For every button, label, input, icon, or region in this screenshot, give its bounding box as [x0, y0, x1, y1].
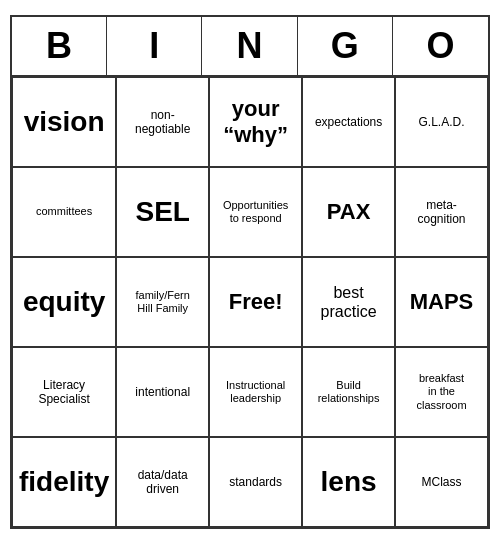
cell-text-2: your“why”	[216, 96, 295, 149]
bingo-header: BINGO	[12, 17, 488, 77]
cell-text-17: Instructionalleadership	[216, 379, 295, 405]
bingo-cell-3: expectations	[302, 77, 395, 167]
cell-text-4: G.L.A.D.	[402, 115, 481, 129]
cell-text-5: committees	[19, 205, 109, 218]
cell-text-24: MClass	[402, 475, 481, 489]
cell-text-15: LiteracySpecialist	[19, 378, 109, 407]
bingo-cell-6: SEL	[116, 167, 209, 257]
cell-text-9: meta-cognition	[402, 198, 481, 227]
bingo-cell-9: meta-cognition	[395, 167, 488, 257]
bingo-grid: visionnon-negotiableyour“why”expectation…	[12, 77, 488, 527]
header-letter-B: B	[12, 17, 107, 75]
cell-text-18: Buildrelationships	[309, 379, 388, 405]
bingo-cell-1: non-negotiable	[116, 77, 209, 167]
bingo-card: BINGO visionnon-negotiableyour“why”expec…	[10, 15, 490, 529]
bingo-cell-15: LiteracySpecialist	[12, 347, 116, 437]
cell-text-10: equity	[19, 285, 109, 319]
bingo-cell-24: MClass	[395, 437, 488, 527]
bingo-cell-5: committees	[12, 167, 116, 257]
bingo-cell-12: Free!	[209, 257, 302, 347]
bingo-cell-13: bestpractice	[302, 257, 395, 347]
bingo-cell-11: family/FernHill Family	[116, 257, 209, 347]
bingo-cell-22: standards	[209, 437, 302, 527]
cell-text-23: lens	[309, 465, 388, 499]
bingo-cell-18: Buildrelationships	[302, 347, 395, 437]
header-letter-G: G	[298, 17, 393, 75]
cell-text-1: non-negotiable	[123, 108, 202, 137]
cell-text-14: MAPS	[402, 289, 481, 315]
cell-text-12: Free!	[216, 289, 295, 315]
cell-text-7: Opportunitiesto respond	[216, 199, 295, 225]
bingo-cell-10: equity	[12, 257, 116, 347]
bingo-cell-7: Opportunitiesto respond	[209, 167, 302, 257]
cell-text-3: expectations	[309, 115, 388, 129]
cell-text-21: data/datadriven	[123, 468, 202, 497]
bingo-cell-19: breakfastin theclassroom	[395, 347, 488, 437]
bingo-cell-8: PAX	[302, 167, 395, 257]
bingo-cell-2: your“why”	[209, 77, 302, 167]
header-letter-I: I	[107, 17, 202, 75]
header-letter-N: N	[202, 17, 297, 75]
bingo-cell-23: lens	[302, 437, 395, 527]
cell-text-16: intentional	[123, 385, 202, 399]
cell-text-0: vision	[19, 105, 109, 139]
cell-text-6: SEL	[123, 195, 202, 229]
bingo-cell-21: data/datadriven	[116, 437, 209, 527]
cell-text-20: fidelity	[19, 465, 109, 499]
bingo-cell-0: vision	[12, 77, 116, 167]
bingo-cell-16: intentional	[116, 347, 209, 437]
cell-text-19: breakfastin theclassroom	[402, 372, 481, 412]
bingo-cell-20: fidelity	[12, 437, 116, 527]
bingo-cell-14: MAPS	[395, 257, 488, 347]
cell-text-8: PAX	[309, 199, 388, 225]
cell-text-22: standards	[216, 475, 295, 489]
bingo-cell-17: Instructionalleadership	[209, 347, 302, 437]
cell-text-11: family/FernHill Family	[123, 289, 202, 315]
cell-text-13: bestpractice	[309, 283, 388, 321]
bingo-cell-4: G.L.A.D.	[395, 77, 488, 167]
header-letter-O: O	[393, 17, 488, 75]
